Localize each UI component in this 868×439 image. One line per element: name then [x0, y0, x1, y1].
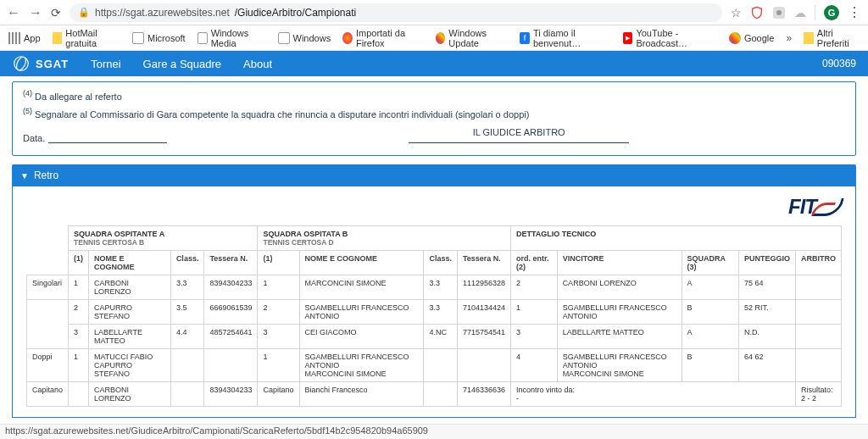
table-group-header: SQUADRA OSPITANTE ATENNIS CERTOSA B SQUA…	[27, 226, 842, 251]
app-logo[interactable]: SGAT	[12, 54, 69, 73]
caret-down-icon: ▼	[20, 171, 29, 181]
forward-icon[interactable]: →	[29, 5, 42, 20]
retro-panel: FIT SQUADRA OSPITANTE ATENNIS CERTOSA B …	[12, 186, 856, 418]
back-icon[interactable]: ←	[7, 5, 20, 20]
bookmark-windows-update[interactable]: Windows Update	[436, 28, 509, 48]
bookmark-facebook[interactable]: fTi diamo il benvenut…	[520, 28, 610, 48]
lock-icon: 🔒	[78, 7, 90, 18]
content-area[interactable]: (4) Da allegare al referto (5) Segnalare…	[0, 76, 868, 424]
status-bar: https://sgat.azurewebsites.net/GiudiceAr…	[0, 424, 868, 439]
url-host: https://sgat.azurewebsites.net	[95, 7, 230, 19]
toolbar-icons: ☆ ☁ G ⋮	[731, 4, 861, 20]
browser-toolbar: ← → ⟳ 🔒 https://sgat.azurewebsites.net/G…	[0, 0, 868, 25]
signature-column: IL GIUDICE ARBITRO	[192, 127, 845, 143]
table-row: 3LABELLARTE MATTEO4.448572546413CEI GIAC…	[27, 325, 842, 349]
data-underline	[48, 131, 167, 143]
bookmark-hotmail[interactable]: HotMail gratuita	[53, 28, 120, 48]
bookmark-windows[interactable]: Windows	[278, 32, 331, 44]
svg-point-2	[14, 57, 29, 71]
app-header: SGAT Tornei Gare a Squadre About 090369	[0, 51, 868, 76]
table-row: Doppi1MATUCCI FABIOCAPURRO STEFANO1SGAMB…	[27, 349, 842, 382]
note-4: (4) Da allegare al referto	[23, 89, 845, 102]
table-row: 2CAPURRO STEFANO3.566690615392SGAMBELLUR…	[27, 300, 842, 325]
url-path: /GiudiceArbitro/Campionati	[235, 7, 356, 19]
bookmark-altri-preferiti[interactable]: Altri Preferiti	[804, 28, 860, 48]
divider	[815, 5, 815, 20]
cloud-icon[interactable]: ☁	[794, 6, 806, 19]
reload-icon[interactable]: ⟳	[51, 6, 61, 19]
bookmark-google[interactable]: Google	[729, 32, 774, 44]
bookmarks-bar: App HotMail gratuita Microsoft Windows M…	[0, 25, 868, 51]
note-5: (5) Segnalare al Commissario di Gara com…	[23, 107, 845, 119]
bookmark-microsoft[interactable]: Microsoft	[132, 32, 186, 44]
apps-button[interactable]: App	[8, 32, 41, 44]
table-header-row: (1) NOME E COGNOME Class. Tessera N. (1)…	[27, 251, 842, 275]
signature-line	[409, 142, 629, 143]
bookmark-youtube[interactable]: ▶YouTube - Broadcast…	[623, 28, 717, 48]
avatar[interactable]: G	[824, 5, 839, 20]
fit-logo: FIT	[26, 195, 842, 219]
bookmark-star-icon[interactable]: ☆	[731, 6, 742, 19]
bookmarks-overflow-icon[interactable]: »	[786, 32, 792, 44]
app-logo-icon	[12, 54, 31, 73]
section-retro-header[interactable]: ▼ Retro	[12, 164, 856, 186]
user-id[interactable]: 090369	[822, 58, 856, 69]
table-row-capitano: Capitano CARBONI LORENZO 8394304233 Capi…	[27, 382, 842, 407]
address-bar[interactable]: 🔒 https://sgat.azurewebsites.net/Giudice…	[70, 3, 722, 22]
nav-gare-a-squadre[interactable]: Gare a Squadre	[143, 58, 222, 70]
extension-icon[interactable]	[772, 6, 786, 19]
table-row: Singolari1CARBONI LORENZO3.383943042331M…	[27, 275, 842, 300]
bookmark-windows-media[interactable]: Windows Media	[198, 28, 266, 48]
nav-tornei[interactable]: Tornei	[91, 58, 120, 70]
retro-table: SQUADRA OSPITANTE ATENNIS CERTOSA B SQUA…	[26, 225, 842, 407]
nav-about[interactable]: About	[243, 58, 272, 70]
shield-icon[interactable]	[750, 6, 764, 19]
fit-swoosh-icon	[816, 198, 842, 214]
svg-point-1	[776, 10, 782, 15]
kebab-menu-icon[interactable]: ⋮	[848, 4, 861, 20]
data-field: Data.	[23, 127, 167, 143]
signature-label: IL GIUDICE ARBITRO	[192, 127, 845, 137]
bookmark-firefox-import[interactable]: Importati da Firefox	[342, 28, 423, 48]
notes-box: (4) Da allegare al referto (5) Segnalare…	[12, 81, 856, 156]
